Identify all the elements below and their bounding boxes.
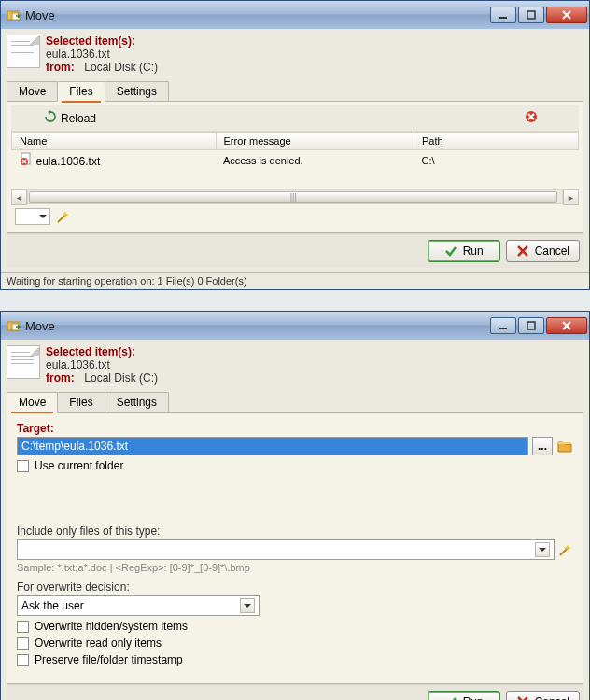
sample-hint: Sample: *.txt;a*.doc | <RegExp>: [0-9]*_… (17, 562, 573, 573)
x-icon (516, 695, 529, 700)
tab-move[interactable]: Move (7, 81, 58, 101)
col-error[interactable]: Error message (216, 133, 414, 150)
filter-dropdown[interactable] (15, 208, 50, 225)
svg-rect-10 (527, 322, 535, 329)
svg-rect-3 (527, 11, 535, 19)
files-table: Name Error message Path eula.1036.txt Ac… (11, 132, 579, 170)
preserve-timestamp-checkbox[interactable] (17, 654, 29, 666)
close-button[interactable] (546, 7, 587, 23)
app-icon (7, 318, 21, 333)
tab-settings[interactable]: Settings (105, 392, 169, 412)
col-path[interactable]: Path (414, 133, 578, 150)
overwrite-hidden-checkbox[interactable] (17, 621, 29, 633)
wand-icon[interactable] (558, 542, 573, 557)
horizontal-scrollbar[interactable]: ◄ ||| ► (11, 189, 579, 204)
document-icon (7, 345, 40, 379)
overwrite-readonly-label: Overwrite read only items (35, 637, 162, 650)
from-label: from: (46, 61, 81, 74)
check-icon (444, 695, 457, 700)
run-button[interactable]: Run (428, 691, 500, 700)
include-label: Include only files of this type: (17, 525, 573, 538)
file-error-icon (20, 152, 33, 165)
target-label: Target: (17, 422, 573, 435)
cancel-button[interactable]: Cancel (506, 691, 580, 700)
tab-settings[interactable]: Settings (105, 81, 169, 101)
browse-button[interactable]: ... (532, 437, 553, 455)
minimize-button[interactable] (490, 317, 516, 334)
preserve-timestamp-label: Preserve file/folder timestamp (35, 653, 183, 666)
window-title: Move (25, 8, 490, 22)
use-current-label: Use current folder (35, 459, 123, 472)
col-name[interactable]: Name (12, 133, 217, 150)
x-icon (516, 245, 529, 258)
close-button[interactable] (546, 317, 587, 334)
overwrite-combo[interactable]: Ask the user (17, 595, 260, 616)
scroll-right-button[interactable]: ► (563, 189, 579, 205)
reload-label: Reload (61, 112, 96, 125)
selected-label: Selected item(s): (46, 35, 135, 48)
maximize-button[interactable] (518, 317, 544, 334)
target-input[interactable] (17, 437, 528, 455)
tab-move[interactable]: Move (7, 392, 58, 413)
titlebar[interactable]: Move (1, 1, 589, 29)
status-bar: Waiting for starting operation on: 1 Fil… (1, 272, 589, 289)
document-icon (7, 35, 40, 68)
refresh-icon (44, 110, 57, 126)
chevron-down-icon (535, 542, 550, 557)
tab-files[interactable]: Files (57, 392, 105, 412)
move-window-files: Move Selected item(s): eula.1036.txt fro… (0, 0, 590, 290)
folder-icon[interactable] (556, 438, 573, 455)
maximize-button[interactable] (518, 7, 544, 23)
check-icon (444, 245, 457, 258)
overwrite-hidden-label: Overwrite hidden/system items (35, 620, 188, 633)
tab-bar: Move Files Settings (7, 81, 583, 102)
titlebar[interactable]: Move (1, 312, 589, 340)
chevron-down-icon (240, 598, 255, 613)
cancel-button[interactable]: Cancel (506, 240, 580, 262)
error-icon[interactable] (525, 110, 538, 126)
overwrite-label: For overwrite decision: (17, 581, 573, 594)
from-value: Local Disk (C:) (84, 371, 158, 385)
window-title: Move (25, 319, 490, 333)
selected-value: eula.1036.txt (46, 358, 110, 371)
minimize-button[interactable] (490, 7, 516, 23)
selected-label: Selected item(s): (46, 345, 135, 358)
run-button[interactable]: Run (428, 240, 500, 262)
selected-value: eula.1036.txt (46, 48, 110, 61)
overwrite-readonly-checkbox[interactable] (17, 637, 29, 650)
scroll-left-button[interactable]: ◄ (11, 189, 27, 205)
from-value: Local Disk (C:) (84, 61, 158, 74)
wand-icon[interactable] (56, 209, 71, 224)
table-row[interactable]: eula.1036.txt Access is denied. C:\ (12, 150, 579, 171)
reload-button[interactable]: Reload (37, 107, 103, 129)
from-label: from: (46, 371, 81, 385)
include-combo[interactable] (17, 539, 555, 560)
tab-bar: Move Files Settings (7, 392, 583, 413)
move-window-move: Move Selected item(s): eula.1036.txt fro… (0, 311, 590, 700)
tab-files[interactable]: Files (57, 81, 105, 102)
app-icon (7, 7, 21, 22)
use-current-checkbox[interactable] (17, 460, 29, 472)
